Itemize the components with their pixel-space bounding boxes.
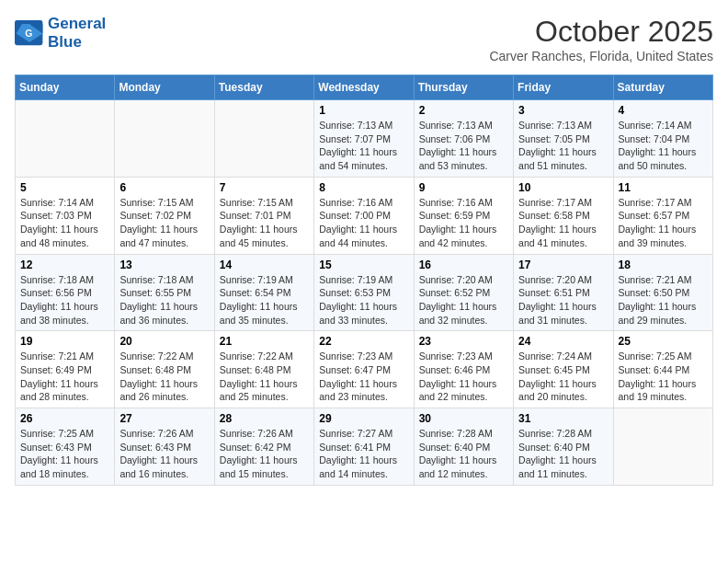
calendar-cell: 25Sunrise: 7:25 AMSunset: 6:44 PMDayligh… xyxy=(613,331,712,408)
weekday-header: Sunday xyxy=(16,75,115,100)
calendar-cell: 17Sunrise: 7:20 AMSunset: 6:51 PMDayligh… xyxy=(514,254,613,331)
calendar-cell: 27Sunrise: 7:26 AMSunset: 6:43 PMDayligh… xyxy=(115,408,214,486)
day-number: 21 xyxy=(220,335,309,348)
logo-icon: G xyxy=(15,20,44,46)
day-number: 18 xyxy=(619,259,708,271)
cell-content: Sunrise: 7:25 AMSunset: 6:44 PMDaylight:… xyxy=(619,350,708,404)
day-number: 31 xyxy=(518,412,608,425)
cell-content: Sunrise: 7:26 AMSunset: 6:42 PMDaylight:… xyxy=(220,427,309,481)
weekday-header: Thursday xyxy=(414,75,513,100)
cell-content: Sunrise: 7:15 AMSunset: 7:02 PMDaylight:… xyxy=(119,196,209,250)
calendar-cell: 13Sunrise: 7:18 AMSunset: 6:55 PMDayligh… xyxy=(115,254,214,331)
cell-content: Sunrise: 7:18 AMSunset: 6:55 PMDaylight:… xyxy=(119,273,209,327)
day-number: 14 xyxy=(220,259,309,271)
calendar-cell: 19Sunrise: 7:21 AMSunset: 6:49 PMDayligh… xyxy=(16,331,115,408)
calendar-cell: 8Sunrise: 7:16 AMSunset: 7:00 PMDaylight… xyxy=(314,177,414,254)
logo-text: General Blue xyxy=(48,15,106,52)
day-number: 23 xyxy=(419,335,508,348)
cell-content: Sunrise: 7:20 AMSunset: 6:51 PMDaylight:… xyxy=(518,273,608,327)
calendar-cell: 24Sunrise: 7:24 AMSunset: 6:45 PMDayligh… xyxy=(514,331,613,408)
logo: G General Blue xyxy=(15,15,106,52)
calendar-cell: 26Sunrise: 7:25 AMSunset: 6:43 PMDayligh… xyxy=(16,408,115,486)
calendar-cell: 7Sunrise: 7:15 AMSunset: 7:01 PMDaylight… xyxy=(214,177,313,254)
day-number: 3 xyxy=(518,104,608,117)
day-number: 26 xyxy=(20,412,109,425)
day-number: 9 xyxy=(419,181,508,194)
title-block: October 2025 Carver Ranches, Florida, Un… xyxy=(489,15,713,63)
day-number: 30 xyxy=(419,412,508,425)
day-number: 28 xyxy=(220,412,309,425)
day-number: 15 xyxy=(319,259,408,271)
calendar-cell: 29Sunrise: 7:27 AMSunset: 6:41 PMDayligh… xyxy=(314,408,414,486)
day-number: 7 xyxy=(220,181,309,194)
day-number: 12 xyxy=(20,259,109,271)
cell-content: Sunrise: 7:28 AMSunset: 6:40 PMDaylight:… xyxy=(518,427,608,481)
cell-content: Sunrise: 7:21 AMSunset: 6:49 PMDaylight:… xyxy=(20,350,109,404)
calendar-cell: 20Sunrise: 7:22 AMSunset: 6:48 PMDayligh… xyxy=(115,331,214,408)
weekday-header: Tuesday xyxy=(214,75,313,100)
cell-content: Sunrise: 7:15 AMSunset: 7:01 PMDaylight:… xyxy=(220,196,309,250)
cell-content: Sunrise: 7:19 AMSunset: 6:53 PMDaylight:… xyxy=(319,273,408,327)
month-title: October 2025 xyxy=(489,15,713,49)
calendar-cell: 31Sunrise: 7:28 AMSunset: 6:40 PMDayligh… xyxy=(514,408,613,486)
cell-content: Sunrise: 7:19 AMSunset: 6:54 PMDaylight:… xyxy=(220,273,309,327)
weekday-header-row: SundayMondayTuesdayWednesdayThursdayFrid… xyxy=(16,75,713,100)
calendar-table: SundayMondayTuesdayWednesdayThursdayFrid… xyxy=(15,75,713,486)
day-number: 24 xyxy=(518,335,608,348)
day-number: 13 xyxy=(119,259,209,271)
day-number: 19 xyxy=(20,335,109,348)
day-number: 27 xyxy=(119,412,209,425)
cell-content: Sunrise: 7:22 AMSunset: 6:48 PMDaylight:… xyxy=(119,350,209,404)
cell-content: Sunrise: 7:14 AMSunset: 7:03 PMDaylight:… xyxy=(20,196,109,250)
day-number: 25 xyxy=(619,335,708,348)
calendar-cell: 4Sunrise: 7:14 AMSunset: 7:04 PMDaylight… xyxy=(613,100,712,178)
location: Carver Ranches, Florida, United States xyxy=(489,49,713,63)
cell-content: Sunrise: 7:27 AMSunset: 6:41 PMDaylight:… xyxy=(319,427,408,481)
calendar-cell: 1Sunrise: 7:13 AMSunset: 7:07 PMDaylight… xyxy=(314,100,414,178)
calendar-cell: 2Sunrise: 7:13 AMSunset: 7:06 PMDaylight… xyxy=(414,100,513,178)
calendar-cell: 12Sunrise: 7:18 AMSunset: 6:56 PMDayligh… xyxy=(16,254,115,331)
cell-content: Sunrise: 7:24 AMSunset: 6:45 PMDaylight:… xyxy=(518,350,608,404)
day-number: 10 xyxy=(518,181,608,194)
day-number: 4 xyxy=(619,104,708,117)
day-number: 16 xyxy=(419,259,508,271)
calendar-cell: 6Sunrise: 7:15 AMSunset: 7:02 PMDaylight… xyxy=(115,177,214,254)
cell-content: Sunrise: 7:25 AMSunset: 6:43 PMDaylight:… xyxy=(20,427,109,481)
calendar-week-row: 26Sunrise: 7:25 AMSunset: 6:43 PMDayligh… xyxy=(16,408,713,486)
day-number: 6 xyxy=(119,181,209,194)
calendar-cell: 18Sunrise: 7:21 AMSunset: 6:50 PMDayligh… xyxy=(613,254,712,331)
cell-content: Sunrise: 7:23 AMSunset: 6:46 PMDaylight:… xyxy=(419,350,508,404)
calendar-cell xyxy=(115,100,214,178)
calendar-week-row: 5Sunrise: 7:14 AMSunset: 7:03 PMDaylight… xyxy=(16,177,713,254)
cell-content: Sunrise: 7:26 AMSunset: 6:43 PMDaylight:… xyxy=(119,427,209,481)
weekday-header: Friday xyxy=(514,75,613,100)
day-number: 20 xyxy=(119,335,209,348)
calendar-cell: 3Sunrise: 7:13 AMSunset: 7:05 PMDaylight… xyxy=(514,100,613,178)
cell-content: Sunrise: 7:21 AMSunset: 6:50 PMDaylight:… xyxy=(619,273,708,327)
cell-content: Sunrise: 7:16 AMSunset: 6:59 PMDaylight:… xyxy=(419,196,508,250)
calendar-cell: 23Sunrise: 7:23 AMSunset: 6:46 PMDayligh… xyxy=(414,331,513,408)
cell-content: Sunrise: 7:17 AMSunset: 6:58 PMDaylight:… xyxy=(518,196,608,250)
weekday-header: Monday xyxy=(115,75,214,100)
cell-content: Sunrise: 7:18 AMSunset: 6:56 PMDaylight:… xyxy=(20,273,109,327)
calendar-week-row: 1Sunrise: 7:13 AMSunset: 7:07 PMDaylight… xyxy=(16,100,713,178)
day-number: 22 xyxy=(319,335,408,348)
calendar-cell: 28Sunrise: 7:26 AMSunset: 6:42 PMDayligh… xyxy=(214,408,313,486)
calendar-week-row: 19Sunrise: 7:21 AMSunset: 6:49 PMDayligh… xyxy=(16,331,713,408)
svg-text:G: G xyxy=(25,29,32,39)
calendar-cell: 10Sunrise: 7:17 AMSunset: 6:58 PMDayligh… xyxy=(514,177,613,254)
calendar-cell: 16Sunrise: 7:20 AMSunset: 6:52 PMDayligh… xyxy=(414,254,513,331)
day-number: 29 xyxy=(319,412,408,425)
day-number: 17 xyxy=(518,259,608,271)
cell-content: Sunrise: 7:14 AMSunset: 7:04 PMDaylight:… xyxy=(619,119,708,173)
calendar-cell xyxy=(16,100,115,178)
calendar-cell: 21Sunrise: 7:22 AMSunset: 6:48 PMDayligh… xyxy=(214,331,313,408)
day-number: 2 xyxy=(419,104,508,117)
calendar-cell xyxy=(613,408,712,486)
calendar-week-row: 12Sunrise: 7:18 AMSunset: 6:56 PMDayligh… xyxy=(16,254,713,331)
calendar-cell: 14Sunrise: 7:19 AMSunset: 6:54 PMDayligh… xyxy=(214,254,313,331)
calendar-cell: 5Sunrise: 7:14 AMSunset: 7:03 PMDaylight… xyxy=(16,177,115,254)
day-number: 8 xyxy=(319,181,408,194)
weekday-header: Saturday xyxy=(613,75,712,100)
cell-content: Sunrise: 7:23 AMSunset: 6:47 PMDaylight:… xyxy=(319,350,408,404)
